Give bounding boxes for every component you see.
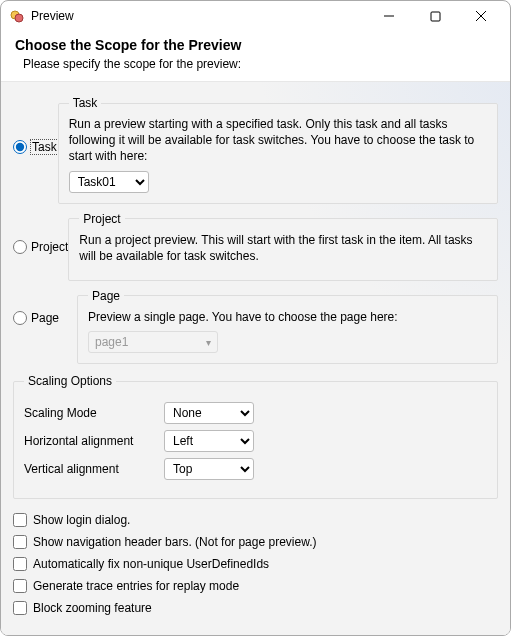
dialog-body: Task Task Run a preview starting with a … [1, 81, 510, 636]
check-nav[interactable] [13, 535, 27, 549]
window-title: Preview [31, 9, 74, 23]
check-trace[interactable] [13, 579, 27, 593]
scope-legend-project: Project [79, 212, 124, 226]
app-icon [9, 8, 25, 24]
scope-row-page: Page Page Preview a single page. You hav… [13, 289, 498, 364]
dialog-subtitle: Please specify the scope for the preview… [23, 57, 496, 71]
check-autofix-label: Automatically fix non-unique UserDefined… [33, 557, 269, 571]
scope-row-task: Task Task Run a preview starting with a … [13, 96, 498, 204]
check-row-zoom[interactable]: Block zooming feature [13, 597, 498, 619]
task-select[interactable]: Task01 [69, 171, 149, 193]
minimize-button[interactable] [366, 1, 412, 31]
check-row-login[interactable]: Show login dialog. [13, 509, 498, 531]
check-login[interactable] [13, 513, 27, 527]
svg-rect-3 [431, 12, 440, 21]
scope-legend-page: Page [88, 289, 124, 303]
check-row-autofix[interactable]: Automatically fix non-unique UserDefined… [13, 553, 498, 575]
scaling-options-group: Scaling Options Scaling Mode None Horizo… [13, 374, 498, 499]
close-button[interactable] [458, 1, 504, 31]
check-zoom-label: Block zooming feature [33, 601, 152, 615]
check-login-label: Show login dialog. [33, 513, 130, 527]
scope-radio-task[interactable] [13, 140, 27, 154]
chevron-down-icon: ▾ [206, 337, 211, 348]
scope-desc-task: Run a preview starting with a specified … [69, 116, 487, 165]
scaling-mode-label: Scaling Mode [24, 406, 164, 420]
page-select[interactable]: page1 ▾ [88, 331, 218, 353]
page-select-value: page1 [95, 335, 128, 349]
scope-radio-task-label: Task [31, 140, 58, 154]
scope-group-task: Task Run a preview starting with a speci… [58, 96, 498, 204]
scope-group-project: Project Run a project preview. This will… [68, 212, 498, 281]
check-nav-label: Show navigation header bars. (Not for pa… [33, 535, 317, 549]
scope-radio-page-label: Page [31, 311, 59, 325]
horizontal-alignment-select[interactable]: Left [164, 430, 254, 452]
check-row-trace[interactable]: Generate trace entries for replay mode [13, 575, 498, 597]
scope-legend-task: Task [69, 96, 102, 110]
dialog-footer: OK Cancel [1, 631, 510, 636]
dialog-header: Choose the Scope for the Preview Please … [1, 31, 510, 81]
scope-group-page: Page Preview a single page. You have to … [77, 289, 498, 364]
dialog-title: Choose the Scope for the Preview [15, 37, 496, 53]
scope-radio-project[interactable] [13, 240, 27, 254]
title-bar: Preview [1, 1, 510, 31]
scope-desc-page: Preview a single page. You have to choos… [88, 309, 487, 325]
scope-radio-page[interactable] [13, 311, 27, 325]
check-zoom[interactable] [13, 601, 27, 615]
check-autofix[interactable] [13, 557, 27, 571]
options-checklist: Show login dialog. Show navigation heade… [13, 507, 498, 619]
svg-point-1 [15, 14, 23, 22]
maximize-button[interactable] [412, 1, 458, 31]
vertical-alignment-label: Vertical alignment [24, 462, 164, 476]
check-row-nav[interactable]: Show navigation header bars. (Not for pa… [13, 531, 498, 553]
vertical-alignment-select[interactable]: Top [164, 458, 254, 480]
check-trace-label: Generate trace entries for replay mode [33, 579, 239, 593]
scaling-legend: Scaling Options [24, 374, 116, 388]
scope-radio-project-label: Project [31, 240, 68, 254]
horizontal-alignment-label: Horizontal alignment [24, 434, 164, 448]
scaling-mode-select[interactable]: None [164, 402, 254, 424]
scope-desc-project: Run a project preview. This will start w… [79, 232, 487, 264]
scope-row-project: Project Project Run a project preview. T… [13, 212, 498, 281]
